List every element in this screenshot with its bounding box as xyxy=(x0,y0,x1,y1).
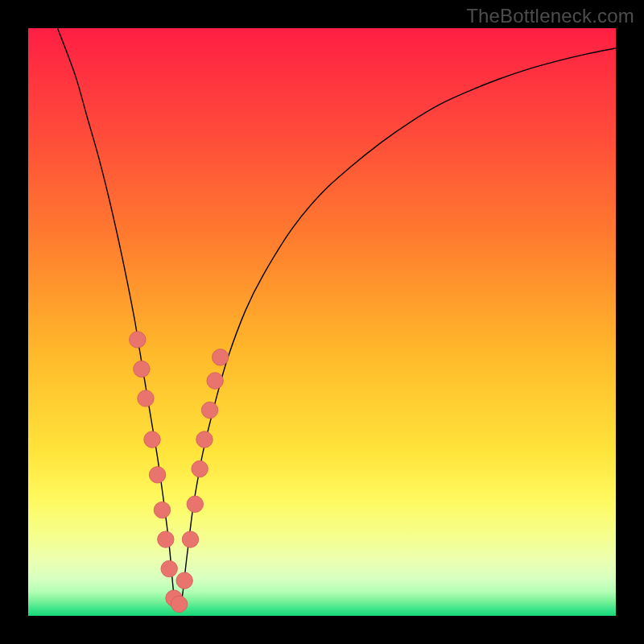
curve-marker xyxy=(192,460,208,477)
curve-marker xyxy=(212,349,228,365)
outer-frame: TheBottleneck.com xyxy=(0,0,644,644)
curve-marker xyxy=(149,467,165,483)
plot-area xyxy=(28,28,616,616)
curve-marker xyxy=(138,390,154,407)
curve-marker xyxy=(154,502,170,518)
curve-marker xyxy=(207,373,223,389)
chart-svg xyxy=(28,28,616,616)
bottleneck-curve xyxy=(58,28,617,611)
curve-marker xyxy=(176,572,192,588)
marker-group xyxy=(130,332,229,613)
curve-marker xyxy=(182,531,198,547)
curve-marker xyxy=(201,402,217,418)
curve-marker xyxy=(130,332,146,348)
curve-marker xyxy=(187,496,203,512)
curve-marker xyxy=(171,596,187,612)
curve-marker xyxy=(161,560,177,576)
curve-marker xyxy=(158,531,174,547)
curve-marker xyxy=(144,431,160,448)
curve-marker xyxy=(196,431,213,448)
watermark-text: TheBottleneck.com xyxy=(466,5,634,27)
curve-marker xyxy=(134,361,150,377)
